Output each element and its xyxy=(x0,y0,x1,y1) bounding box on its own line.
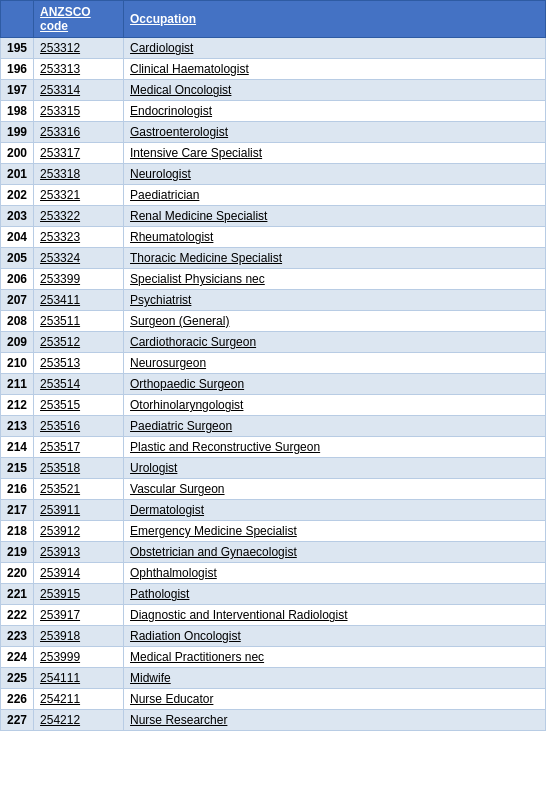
table-row: 202253321Paediatrician xyxy=(1,185,546,206)
row-number: 205 xyxy=(1,248,34,269)
anzsco-code: 253911 xyxy=(34,500,124,521)
occupation-name: Otorhinolaryngologist xyxy=(124,395,546,416)
table-row: 226254211Nurse Educator xyxy=(1,689,546,710)
occupation-name: Nurse Educator xyxy=(124,689,546,710)
table-row: 204253323Rheumatologist xyxy=(1,227,546,248)
occupation-name: Obstetrician and Gynaecologist xyxy=(124,542,546,563)
row-number: 213 xyxy=(1,416,34,437)
anzsco-code: 253514 xyxy=(34,374,124,395)
table-row: 203253322Renal Medicine Specialist xyxy=(1,206,546,227)
table-row: 216253521Vascular Surgeon xyxy=(1,479,546,500)
row-number: 207 xyxy=(1,290,34,311)
anzsco-code: 253918 xyxy=(34,626,124,647)
table-row: 215253518Urologist xyxy=(1,458,546,479)
table-row: 206253399Specialist Physicians nec xyxy=(1,269,546,290)
anzsco-code: 253323 xyxy=(34,227,124,248)
row-number: 199 xyxy=(1,122,34,143)
occupation-name: Orthopaedic Surgeon xyxy=(124,374,546,395)
col-header-code: ANZSCO code xyxy=(34,1,124,38)
table-row: 222253917Diagnostic and Interventional R… xyxy=(1,605,546,626)
occupation-table: ANZSCO code Occupation 195253312Cardiolo… xyxy=(0,0,546,731)
occupation-name: Clinical Haematologist xyxy=(124,59,546,80)
row-number: 226 xyxy=(1,689,34,710)
occupation-name: Renal Medicine Specialist xyxy=(124,206,546,227)
row-number: 216 xyxy=(1,479,34,500)
row-number: 219 xyxy=(1,542,34,563)
anzsco-code: 253312 xyxy=(34,38,124,59)
anzsco-code: 254211 xyxy=(34,689,124,710)
row-number: 201 xyxy=(1,164,34,185)
occupation-name: Endocrinologist xyxy=(124,101,546,122)
occupation-name: Gastroenterologist xyxy=(124,122,546,143)
anzsco-code: 253324 xyxy=(34,248,124,269)
table-row: 218253912Emergency Medicine Specialist xyxy=(1,521,546,542)
row-number: 196 xyxy=(1,59,34,80)
table-row: 205253324Thoracic Medicine Specialist xyxy=(1,248,546,269)
row-number: 223 xyxy=(1,626,34,647)
col-header-num xyxy=(1,1,34,38)
anzsco-code: 253411 xyxy=(34,290,124,311)
col-header-occ: Occupation xyxy=(124,1,546,38)
anzsco-code: 253912 xyxy=(34,521,124,542)
anzsco-code: 253316 xyxy=(34,122,124,143)
occupation-name: Surgeon (General) xyxy=(124,311,546,332)
occupation-name: Thoracic Medicine Specialist xyxy=(124,248,546,269)
anzsco-code: 253313 xyxy=(34,59,124,80)
table-row: 210253513Neurosurgeon xyxy=(1,353,546,374)
anzsco-code: 253317 xyxy=(34,143,124,164)
table-row: 201253318Neurologist xyxy=(1,164,546,185)
anzsco-code: 253914 xyxy=(34,563,124,584)
anzsco-code: 253516 xyxy=(34,416,124,437)
occupation-name: Neurologist xyxy=(124,164,546,185)
row-number: 214 xyxy=(1,437,34,458)
table-row: 198253315Endocrinologist xyxy=(1,101,546,122)
occupation-name: Plastic and Reconstructive Surgeon xyxy=(124,437,546,458)
anzsco-code: 253913 xyxy=(34,542,124,563)
anzsco-code: 253322 xyxy=(34,206,124,227)
row-number: 224 xyxy=(1,647,34,668)
occupation-name: Psychiatrist xyxy=(124,290,546,311)
row-number: 197 xyxy=(1,80,34,101)
table-row: 196253313Clinical Haematologist xyxy=(1,59,546,80)
occupation-name: Emergency Medicine Specialist xyxy=(124,521,546,542)
occupation-name: Radiation Oncologist xyxy=(124,626,546,647)
table-row: 211253514Orthopaedic Surgeon xyxy=(1,374,546,395)
occupation-name: Ophthalmologist xyxy=(124,563,546,584)
occupation-name: Intensive Care Specialist xyxy=(124,143,546,164)
row-number: 208 xyxy=(1,311,34,332)
row-number: 227 xyxy=(1,710,34,731)
occupation-name: Cardiologist xyxy=(124,38,546,59)
table-row: 200253317Intensive Care Specialist xyxy=(1,143,546,164)
table-row: 225254111Midwife xyxy=(1,668,546,689)
occupation-name: Paediatric Surgeon xyxy=(124,416,546,437)
anzsco-code: 253518 xyxy=(34,458,124,479)
table-row: 214253517Plastic and Reconstructive Surg… xyxy=(1,437,546,458)
table-row: 220253914Ophthalmologist xyxy=(1,563,546,584)
table-row: 209253512Cardiothoracic Surgeon xyxy=(1,332,546,353)
anzsco-code: 253999 xyxy=(34,647,124,668)
occupation-name: Paediatrician xyxy=(124,185,546,206)
row-number: 217 xyxy=(1,500,34,521)
row-number: 204 xyxy=(1,227,34,248)
anzsco-code: 253512 xyxy=(34,332,124,353)
row-number: 221 xyxy=(1,584,34,605)
table-row: 212253515Otorhinolaryngologist xyxy=(1,395,546,416)
occupation-name: Dermatologist xyxy=(124,500,546,521)
row-number: 198 xyxy=(1,101,34,122)
row-number: 211 xyxy=(1,374,34,395)
anzsco-code: 253321 xyxy=(34,185,124,206)
occupation-name: Vascular Surgeon xyxy=(124,479,546,500)
anzsco-code: 253515 xyxy=(34,395,124,416)
occupation-name: Urologist xyxy=(124,458,546,479)
occupation-name: Medical Oncologist xyxy=(124,80,546,101)
anzsco-code: 254212 xyxy=(34,710,124,731)
occupation-name: Pathologist xyxy=(124,584,546,605)
anzsco-code: 253314 xyxy=(34,80,124,101)
table-row: 199253316Gastroenterologist xyxy=(1,122,546,143)
anzsco-code: 253318 xyxy=(34,164,124,185)
row-number: 218 xyxy=(1,521,34,542)
table-row: 207253411Psychiatrist xyxy=(1,290,546,311)
table-row: 219253913Obstetrician and Gynaecologist xyxy=(1,542,546,563)
row-number: 209 xyxy=(1,332,34,353)
occupation-name: Medical Practitioners nec xyxy=(124,647,546,668)
